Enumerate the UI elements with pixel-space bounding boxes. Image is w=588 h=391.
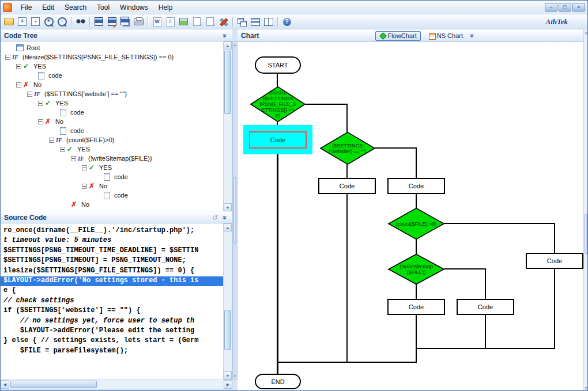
zoom-in-icon[interactable] — [43, 16, 55, 28]
start-node[interactable]: START — [255, 56, 301, 74]
menu-file[interactable]: File — [16, 2, 37, 13]
source-code-line[interactable]: $LAYOUT->addError('No settings stored - … — [1, 276, 232, 286]
save-as-icon[interactable] — [106, 16, 118, 28]
scroll-down-icon[interactable]: ▼ — [584, 385, 588, 390]
cascade-windows-icon[interactable] — [236, 16, 248, 28]
source-code-view[interactable]: re_once(dirname(__FILE__).'/inc/startup.… — [1, 223, 232, 379]
help-icon[interactable] — [281, 16, 293, 28]
menu-help[interactable]: Help — [153, 2, 178, 13]
tree-item[interactable]: ($SETTINGS['website'] == "") — [1, 89, 232, 98]
code-node-website-yes[interactable]: Code — [318, 178, 376, 194]
export-document-icon[interactable] — [164, 16, 176, 28]
decision-filesize-node[interactable]: (filesize ($SETTINGS [PSNG_FILE_SETTINGS… — [250, 86, 306, 122]
scroll-down-icon[interactable]: ▼ — [233, 373, 237, 379]
scroll-down-icon[interactable]: ▼ — [224, 371, 232, 379]
tree-item[interactable]: YES — [1, 145, 232, 154]
scroll-up-icon[interactable]: ▲ — [224, 41, 232, 50]
tile-vertical-icon[interactable] — [262, 16, 274, 28]
tree-item[interactable]: Root — [1, 43, 232, 52]
tree-item[interactable]: YES — [1, 98, 232, 108]
tree-vertical-scrollbar[interactable]: ▲ ▼ — [223, 41, 232, 211]
source-code-line[interactable]: $FILE = parseFilesystem(); — [1, 347, 232, 356]
tree-expander-icon[interactable] — [16, 82, 21, 88]
menu-search[interactable]: Search — [59, 2, 92, 13]
chart-vertical-scrollbar[interactable]: ▲ ▼ — [583, 29, 588, 390]
source-code-line[interactable]: ilesize($SETTINGS[PSNG_FILE_SETTINGS]) =… — [1, 267, 232, 276]
menu-edit[interactable]: Edit — [37, 2, 59, 13]
scrollbar-thumb[interactable] — [224, 310, 231, 350]
scroll-up-icon[interactable]: ▲ — [584, 29, 588, 35]
decision-website-node[interactable]: ($SETTINGS ['website'] == "") — [320, 132, 375, 165]
close-button[interactable]: × — [572, 3, 585, 12]
tree-expander-icon[interactable] — [38, 101, 43, 106]
tree-item[interactable]: YES — [1, 62, 232, 71]
source-code-line[interactable]: // no settings yet, force user to setup … — [1, 317, 232, 327]
undo-icon[interactable] — [210, 213, 220, 222]
source-code-line[interactable]: e { — [1, 286, 232, 296]
scroll-down-icon[interactable]: ▼ — [224, 203, 232, 211]
scroll-up-icon[interactable]: ▲ — [224, 223, 232, 231]
collapse-source-icon[interactable] — [220, 213, 229, 222]
tree-expander-icon[interactable] — [82, 165, 87, 170]
scrollbar-thumb[interactable] — [224, 51, 231, 114]
code-node-sitemap-yes[interactable]: Code — [387, 299, 445, 315]
code-node-sitemap-no[interactable]: Code — [457, 299, 514, 315]
tree-item[interactable]: code — [1, 191, 232, 200]
code-node-selected[interactable]: Code — [249, 131, 307, 149]
collapse-chart-icon[interactable] — [467, 31, 476, 40]
tree-item[interactable]: (!writeSitemap($FILE)) — [1, 154, 232, 163]
scrollbar-thumb[interactable] — [233, 177, 236, 244]
tree-expander-icon[interactable] — [38, 119, 43, 124]
export-word-icon[interactable] — [151, 16, 163, 28]
end-node[interactable]: END — [255, 374, 301, 389]
save-all-icon[interactable] — [119, 16, 131, 28]
export-chart-icon[interactable] — [204, 16, 216, 28]
collapse-all-icon[interactable] — [29, 16, 42, 28]
tree-expander-icon[interactable] — [82, 184, 87, 189]
tree-expander-icon[interactable] — [71, 156, 76, 161]
menu-windows[interactable]: Windows — [115, 2, 153, 13]
scroll-up-icon[interactable]: ▲ — [233, 42, 237, 48]
source-code-line[interactable]: $SETTINGS[PSNG_TIMEOUT_TIME_DEADLINE] = … — [1, 246, 232, 256]
scrollbar-thumb[interactable] — [10, 381, 97, 388]
tab-ns-chart[interactable]: NS Chart — [424, 31, 467, 41]
export-flowchart-icon[interactable] — [191, 16, 203, 28]
source-code-line[interactable]: } else { // settings exists, lets start … — [1, 336, 232, 346]
tree-item[interactable]: No — [1, 181, 232, 191]
restore-button[interactable]: □ — [559, 3, 571, 12]
tree-item[interactable]: (filesize($SETTINGS[PSNG_FILE_SETTINGS])… — [1, 52, 232, 62]
source-code-line[interactable]: $LAYOUT->addError('Please edit the setti… — [1, 327, 232, 336]
tree-expander-icon[interactable] — [16, 64, 21, 69]
tree-item[interactable]: code — [1, 126, 232, 135]
source-code-line[interactable]: t timeout value: 5 minutes — [1, 236, 232, 246]
expand-all-icon[interactable] — [16, 16, 28, 28]
source-horizontal-scrollbar[interactable]: ◀ ▶ — [1, 379, 232, 389]
minimize-button[interactable]: – — [545, 3, 557, 12]
tree-item[interactable]: No — [1, 80, 232, 89]
tile-horizontal-icon[interactable] — [249, 16, 261, 28]
code-node-website-no[interactable]: Code — [387, 178, 445, 194]
tree-item[interactable]: YES — [1, 163, 232, 172]
source-code-line[interactable]: re_once(dirname(__FILE__).'/inc/startup.… — [1, 226, 232, 236]
source-code-line[interactable]: $SETTINGS[PSNG_TIMEOUT] = PSNG_TIMEOUT_N… — [1, 256, 232, 266]
source-code-line[interactable]: if ($SETTINGS['website'] == "") { — [1, 306, 232, 316]
tree-item[interactable]: code — [1, 108, 232, 117]
settings-tools-icon[interactable] — [217, 16, 229, 28]
scroll-right-icon[interactable]: ▶ — [224, 380, 232, 389]
scrollbar-thumb[interactable] — [585, 214, 587, 254]
zoom-out-icon[interactable] — [56, 16, 68, 28]
source-code-line[interactable]: // check settings — [1, 297, 232, 306]
panel-splitter-scrollbar[interactable]: ▲ ▼ — [232, 41, 238, 379]
code-node-count-branch[interactable]: Code — [526, 253, 583, 269]
save-icon[interactable] — [93, 16, 105, 28]
scroll-left-icon[interactable]: ◀ — [1, 380, 9, 389]
tree-expander-icon[interactable] — [49, 138, 54, 143]
tree-expander-icon[interactable] — [27, 92, 32, 97]
tab-flowchart[interactable]: FlowChart — [375, 31, 421, 41]
print-icon[interactable] — [133, 16, 145, 28]
decision-write-sitemap-node[interactable]: (!writeSitemap ($FILE)) — [388, 254, 444, 284]
tree-item[interactable]: code — [1, 71, 232, 80]
tree-expander-icon[interactable] — [5, 55, 10, 60]
export-image-icon[interactable] — [178, 16, 190, 28]
menu-tool[interactable]: Tool — [92, 2, 115, 13]
